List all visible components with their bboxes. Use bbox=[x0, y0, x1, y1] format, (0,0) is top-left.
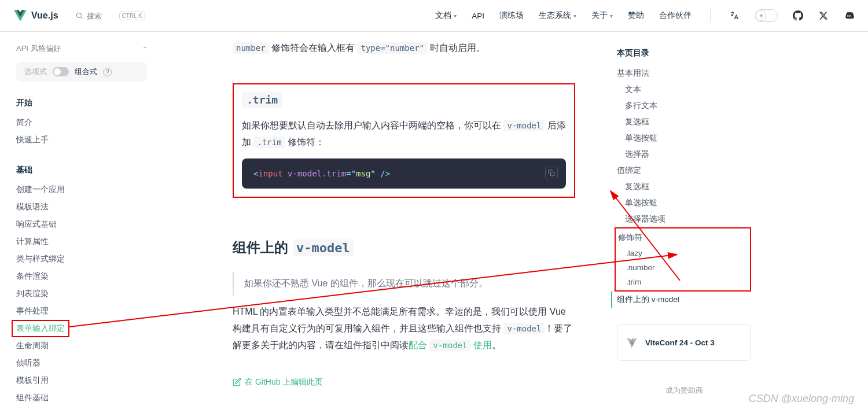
sidebar-item[interactable]: 快速上手 bbox=[16, 131, 147, 149]
sidebar-group-title: 开始 bbox=[16, 98, 147, 108]
api-preference-toggle[interactable]: API 风格偏好 ⌃ bbox=[16, 43, 147, 54]
become-sponsor[interactable]: 成为赞助商 bbox=[617, 371, 751, 410]
sidebar-item[interactable]: 模板引用 bbox=[16, 372, 147, 389]
edit-on-github[interactable]: 在 GitHub 上编辑此页 bbox=[233, 377, 575, 388]
sidebar-item[interactable]: 事件处理 bbox=[16, 303, 147, 320]
code-block: <input v-model.trim="msg" /> bbox=[242, 158, 566, 189]
svg-line-1 bbox=[80, 17, 82, 19]
svg-point-0 bbox=[76, 13, 81, 17]
outline-link[interactable]: .number bbox=[618, 260, 748, 275]
code-inline: number bbox=[233, 42, 269, 54]
page-outline: 本页目录 基本用法文本多行文本复选框单选按钮选择器值绑定复选框单选按钮选择器选项… bbox=[603, 32, 765, 413]
sidebar-item[interactable]: 模板语法 bbox=[16, 198, 147, 216]
sidebar-item[interactable]: 类与样式绑定 bbox=[16, 250, 147, 268]
outline-link[interactable]: 值绑定 bbox=[617, 163, 751, 179]
vite-icon bbox=[626, 335, 638, 350]
sidebar-item[interactable]: 简介 bbox=[16, 114, 147, 131]
outline-title: 本页目录 bbox=[617, 48, 751, 58]
nav-playground[interactable]: 演练场 bbox=[499, 10, 524, 21]
sun-icon: ☀ bbox=[756, 10, 766, 21]
nav-ecosystem[interactable]: 生态系统▾ bbox=[539, 10, 576, 21]
sidebar-item[interactable]: 创建一个应用 bbox=[16, 181, 147, 198]
outline-link[interactable]: 复选框 bbox=[617, 114, 751, 130]
svg-rect-2 bbox=[551, 172, 555, 176]
outline-link[interactable]: .lazy bbox=[618, 246, 748, 260]
outline-link[interactable]: 修饰符 bbox=[618, 230, 748, 246]
pref-composition-api[interactable]: 组合式 bbox=[75, 67, 97, 77]
sidebar-item[interactable]: 侦听器 bbox=[16, 355, 147, 372]
heading-component-vmodel: 组件上的 v-model bbox=[233, 238, 575, 257]
outline-link[interactable]: 复选框 bbox=[617, 179, 751, 195]
outline-link[interactable]: 选择器 bbox=[617, 146, 751, 163]
code-inline: type="number" bbox=[357, 42, 428, 54]
code-inline: .trim bbox=[253, 137, 285, 148]
vue-logo-icon bbox=[14, 9, 27, 22]
code-inline: v-model bbox=[503, 323, 545, 334]
promo-viteconf[interactable]: ViteConf 24 - Oct 3 bbox=[617, 324, 751, 361]
nav-sponsor[interactable]: 赞助 bbox=[628, 10, 644, 21]
sidebar-group-title: 基础 bbox=[16, 165, 147, 175]
nav-docs[interactable]: 文档▾ bbox=[435, 10, 457, 21]
nav-api[interactable]: API bbox=[472, 12, 484, 20]
translate-icon[interactable] bbox=[729, 10, 740, 21]
link-vmodel-usage[interactable]: 配合 v-model 使用 bbox=[409, 340, 492, 350]
nav-about[interactable]: 关于▾ bbox=[591, 10, 613, 21]
chevron-down-icon: ▾ bbox=[573, 13, 576, 19]
chevron-down-icon: ▾ bbox=[610, 13, 613, 19]
edit-icon bbox=[233, 378, 241, 386]
pref-options-api[interactable]: 选项式 bbox=[24, 67, 47, 77]
x-twitter-icon[interactable] bbox=[818, 10, 829, 21]
sidebar-item-form-binding[interactable]: 表单输入绑定 bbox=[12, 320, 69, 337]
sidebar-item[interactable]: 响应式基础 bbox=[16, 216, 147, 233]
github-icon[interactable] bbox=[793, 10, 803, 21]
paragraph-trim: 如果你想要默认自动去除用户输入内容中两端的空格，你可以在 v-model 后添加… bbox=[242, 117, 566, 151]
search-kbd: CTRL K bbox=[119, 12, 145, 20]
nav-links: 文档▾ API 演练场 生态系统▾ 关于▾ 赞助 合作伙伴 ☀ bbox=[435, 9, 854, 23]
annotation-box-trim: .trim 如果你想要默认自动去除用户输入内容中两端的空格，你可以在 v-mod… bbox=[233, 83, 575, 198]
sidebar: API 风格偏好 ⌃ 选项式 组合式 ? 开始 简介 快速上手 基础 创建一个应… bbox=[0, 32, 163, 413]
outline-link[interactable]: 基本用法 bbox=[617, 65, 751, 82]
code-inline: v-model bbox=[429, 340, 470, 351]
outline-link[interactable]: 文本 bbox=[617, 82, 751, 98]
pref-switch[interactable] bbox=[53, 67, 69, 76]
sidebar-item[interactable]: 条件渲染 bbox=[16, 268, 147, 285]
sidebar-item[interactable]: 生命周期 bbox=[16, 337, 147, 355]
outline-link[interactable]: 单选按钮 bbox=[617, 130, 751, 146]
discord-icon[interactable] bbox=[844, 10, 854, 21]
sidebar-item[interactable]: 组件基础 bbox=[16, 389, 147, 407]
header: Vue.js CTRL K 文档▾ API 演练场 生态系统▾ 关于▾ 赞助 合… bbox=[0, 0, 868, 32]
outline-link[interactable]: .trim bbox=[618, 275, 748, 289]
paragraph-component-vmodel: HTML 的内置表单输入类型并不总能满足所有需求。幸运的是，我们可以使用 Vue… bbox=[233, 304, 575, 353]
annotation-box-outline: 修饰符.lazy.number.trim bbox=[615, 227, 751, 292]
outline-link[interactable]: 组件上的 v-model bbox=[611, 292, 751, 308]
blockquote: 如果你还不熟悉 Vue 的组件，那么现在可以跳过这个部分。 bbox=[233, 272, 575, 296]
outline-link[interactable]: 单选按钮 bbox=[617, 195, 751, 211]
outline-link[interactable]: 选择器选项 bbox=[617, 211, 751, 227]
chevron-down-icon: ▾ bbox=[454, 13, 457, 19]
sidebar-item[interactable]: 列表渲染 bbox=[16, 285, 147, 303]
help-icon[interactable]: ? bbox=[103, 68, 112, 76]
code-inline: v-model bbox=[293, 239, 354, 256]
heading-trim: .trim bbox=[242, 92, 282, 108]
code-inline: v-model bbox=[503, 120, 545, 131]
theme-toggle[interactable]: ☀ bbox=[755, 9, 778, 22]
search-icon bbox=[75, 12, 83, 20]
search[interactable]: CTRL K bbox=[70, 9, 150, 23]
search-input[interactable] bbox=[87, 12, 116, 20]
paragraph-number-modifier: number 修饰符会在输入框有 type="number" 时自动启用。 bbox=[233, 40, 575, 57]
outline-link[interactable]: 多行文本 bbox=[617, 98, 751, 114]
chevron-up-icon: ⌃ bbox=[142, 46, 147, 52]
sidebar-item[interactable]: 计算属性 bbox=[16, 233, 147, 250]
brand-label: Vue.js bbox=[31, 10, 58, 21]
nav-partners[interactable]: 合作伙伴 bbox=[659, 10, 692, 21]
copy-icon[interactable] bbox=[545, 167, 558, 179]
content: number 修饰符会在输入框有 type="number" 时自动启用。 .t… bbox=[163, 32, 603, 413]
brand[interactable]: Vue.js bbox=[14, 9, 58, 22]
api-preference-panel: 选项式 组合式 ? bbox=[16, 62, 147, 82]
